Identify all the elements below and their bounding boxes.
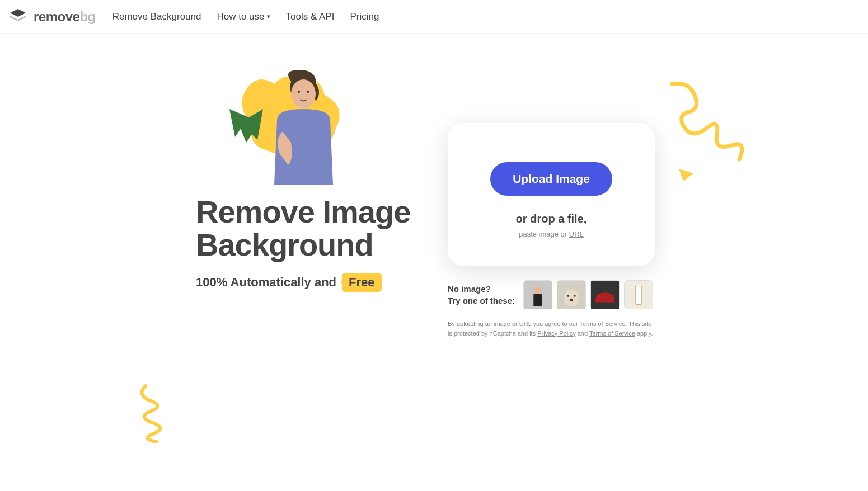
nav-pricing[interactable]: Pricing (350, 11, 379, 22)
url-link[interactable]: URL (569, 230, 584, 238)
nav-how-to-use-label: How to use (217, 11, 264, 22)
legal-text3: and (576, 330, 589, 337)
samples-row: No image? Try one of these: (448, 280, 655, 309)
squiggle-decoration-bl (134, 380, 185, 445)
logo-icon (8, 7, 28, 27)
samples-line2: Try one of these: (448, 295, 515, 306)
nav-remove-background[interactable]: Remove Background (112, 11, 201, 22)
nav-how-to-use[interactable]: How to use ▾ (217, 11, 270, 22)
svg-rect-14 (635, 286, 642, 305)
squiggle-decoration-tr (667, 78, 756, 168)
svg-rect-6 (533, 294, 542, 306)
upload-card[interactable]: Upload Image or drop a file, paste image… (448, 123, 655, 266)
privacy-link[interactable]: Privacy Policy (537, 330, 575, 337)
page-title: Remove Image Background (196, 196, 420, 262)
hcaptcha-tos-link[interactable]: Terms of Service (589, 330, 635, 337)
subtitle: 100% Automatically and Free (196, 273, 420, 292)
sample-thumbs (523, 280, 653, 309)
logo-text: removebg (34, 9, 96, 25)
samples-line1: No image? (448, 283, 515, 295)
sample-thumb-person[interactable] (523, 280, 552, 309)
drop-file-label: or drop a file, (470, 213, 632, 225)
legal-text4: apply. (635, 330, 653, 337)
sample-thumb-dog[interactable] (557, 280, 586, 309)
header: removebg Remove Background How to use ▾ … (0, 0, 868, 34)
chevron-down-icon: ▾ (267, 13, 270, 20)
hero-right: Upload Image or drop a file, paste image… (448, 123, 655, 338)
svg-point-10 (574, 295, 576, 297)
svg-point-1 (291, 79, 316, 108)
paste-prefix: paste image or (519, 230, 569, 238)
legal-text: By uploading an image or URL you agree t… (448, 319, 655, 338)
logo[interactable]: removebg (8, 7, 96, 27)
upload-image-button[interactable]: Upload Image (490, 162, 612, 196)
hero-left: Remove Image Background 100% Automatical… (196, 67, 420, 338)
nav-tools-api[interactable]: Tools & API (286, 11, 335, 22)
svg-point-9 (567, 295, 569, 297)
legal-text1: By uploading an image or URL you agree t… (448, 320, 579, 327)
main-nav: Remove Background How to use ▾ Tools & A… (112, 11, 379, 22)
subtitle-prefix: 100% Automatically and (196, 275, 336, 290)
tos-link[interactable]: Terms of Service (579, 320, 625, 327)
hero-image (218, 67, 375, 185)
paste-label: paste image or URL (470, 230, 632, 238)
sample-thumb-car[interactable] (590, 280, 620, 309)
svg-point-2 (298, 91, 300, 93)
svg-point-5 (534, 287, 541, 294)
svg-point-11 (570, 299, 573, 301)
free-badge: Free (342, 273, 381, 292)
svg-point-8 (564, 289, 579, 306)
play-triangle-icon (678, 168, 695, 182)
sample-thumb-product[interactable] (624, 280, 653, 309)
svg-point-3 (307, 91, 309, 93)
samples-text: No image? Try one of these: (448, 283, 515, 306)
